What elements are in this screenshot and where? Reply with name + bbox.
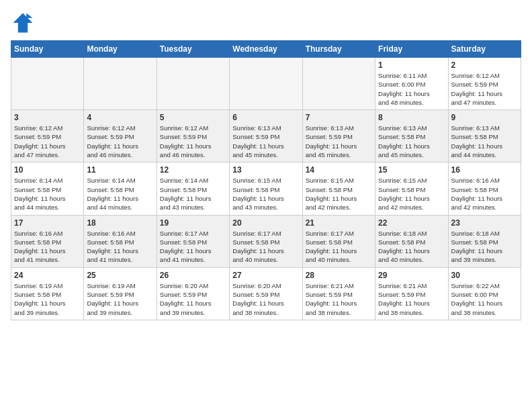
calendar-cell: 11Sunrise: 6:14 AMSunset: 5:58 PMDayligh…: [84, 163, 157, 215]
day-info: Sunrise: 6:11 AMSunset: 6:00 PMDaylight:…: [378, 71, 445, 107]
calendar-cell: 3Sunrise: 6:12 AMSunset: 5:59 PMDaylight…: [11, 110, 84, 163]
day-number: 11: [87, 165, 153, 175]
day-info: Sunrise: 6:18 AMSunset: 5:58 PMDaylight:…: [451, 229, 518, 265]
day-number: 14: [306, 165, 372, 175]
calendar-cell: 19Sunrise: 6:17 AMSunset: 5:58 PMDayligh…: [157, 215, 229, 267]
calendar-cell: [157, 58, 229, 110]
calendar-cell: 20Sunrise: 6:17 AMSunset: 5:58 PMDayligh…: [230, 215, 302, 267]
day-number: 4: [87, 113, 153, 122]
calendar-cell: 18Sunrise: 6:16 AMSunset: 5:58 PMDayligh…: [84, 215, 157, 267]
calendar-cell: 17Sunrise: 6:16 AMSunset: 5:58 PMDayligh…: [11, 215, 84, 267]
day-info: Sunrise: 6:14 AMSunset: 5:58 PMDaylight:…: [14, 176, 81, 212]
calendar-cell: [84, 58, 157, 110]
day-info: Sunrise: 6:13 AMSunset: 5:59 PMDaylight:…: [232, 124, 299, 159]
logo: [11, 11, 38, 35]
calendar-cell: 26Sunrise: 6:20 AMSunset: 5:59 PMDayligh…: [157, 267, 229, 320]
day-number: 6: [232, 113, 299, 122]
day-number: 2: [451, 60, 518, 70]
day-info: Sunrise: 6:14 AMSunset: 5:58 PMDaylight:…: [87, 176, 153, 212]
calendar-cell: 29Sunrise: 6:21 AMSunset: 5:59 PMDayligh…: [375, 267, 448, 320]
day-info: Sunrise: 6:12 AMSunset: 5:59 PMDaylight:…: [14, 124, 81, 159]
day-number: 21: [306, 218, 372, 228]
day-number: 22: [378, 218, 445, 228]
day-number: 5: [160, 113, 226, 122]
day-info: Sunrise: 6:13 AMSunset: 5:58 PMDaylight:…: [378, 124, 445, 159]
calendar-cell: 1Sunrise: 6:11 AMSunset: 6:00 PMDaylight…: [375, 58, 448, 110]
day-info: Sunrise: 6:16 AMSunset: 5:58 PMDaylight:…: [87, 229, 153, 265]
day-number: 25: [87, 271, 153, 280]
day-info: Sunrise: 6:14 AMSunset: 5:58 PMDaylight:…: [160, 176, 226, 212]
calendar-cell: 12Sunrise: 6:14 AMSunset: 5:58 PMDayligh…: [157, 163, 229, 215]
day-number: 1: [378, 60, 445, 70]
day-info: Sunrise: 6:13 AMSunset: 5:59 PMDaylight:…: [306, 124, 372, 159]
calendar-cell: 25Sunrise: 6:19 AMSunset: 5:59 PMDayligh…: [84, 267, 157, 320]
col-header-saturday: Saturday: [448, 41, 521, 58]
calendar-cell: 13Sunrise: 6:15 AMSunset: 5:58 PMDayligh…: [230, 163, 302, 215]
calendar-cell: [230, 58, 302, 110]
calendar-cell: 5Sunrise: 6:12 AMSunset: 5:59 PMDaylight…: [157, 110, 229, 163]
day-info: Sunrise: 6:12 AMSunset: 5:59 PMDaylight:…: [87, 124, 153, 159]
day-number: 10: [14, 165, 81, 175]
calendar-cell: 14Sunrise: 6:15 AMSunset: 5:58 PMDayligh…: [302, 163, 375, 215]
day-number: 7: [306, 113, 372, 122]
calendar-cell: 16Sunrise: 6:16 AMSunset: 5:58 PMDayligh…: [448, 163, 521, 215]
calendar-cell: 9Sunrise: 6:13 AMSunset: 5:58 PMDaylight…: [448, 110, 521, 163]
day-info: Sunrise: 6:20 AMSunset: 5:59 PMDaylight:…: [232, 281, 299, 317]
calendar-cell: 23Sunrise: 6:18 AMSunset: 5:58 PMDayligh…: [448, 215, 521, 267]
day-number: 8: [378, 113, 445, 122]
day-info: Sunrise: 6:12 AMSunset: 5:59 PMDaylight:…: [451, 71, 518, 107]
calendar-cell: 7Sunrise: 6:13 AMSunset: 5:59 PMDaylight…: [302, 110, 375, 163]
day-number: 16: [451, 165, 518, 175]
day-number: 30: [451, 271, 518, 280]
col-header-wednesday: Wednesday: [230, 41, 302, 58]
day-info: Sunrise: 6:15 AMSunset: 5:58 PMDaylight:…: [232, 176, 299, 212]
day-number: 13: [232, 165, 299, 175]
day-number: 20: [232, 218, 299, 228]
day-info: Sunrise: 6:19 AMSunset: 5:58 PMDaylight:…: [14, 281, 81, 317]
col-header-tuesday: Tuesday: [157, 41, 229, 58]
day-info: Sunrise: 6:20 AMSunset: 5:59 PMDaylight:…: [160, 281, 226, 317]
col-header-thursday: Thursday: [302, 41, 375, 58]
logo-icon: [11, 11, 35, 35]
day-number: 12: [160, 165, 226, 175]
day-number: 24: [14, 271, 81, 280]
calendar-cell: 6Sunrise: 6:13 AMSunset: 5:59 PMDaylight…: [230, 110, 302, 163]
calendar-cell: 27Sunrise: 6:20 AMSunset: 5:59 PMDayligh…: [230, 267, 302, 320]
calendar-cell: 21Sunrise: 6:17 AMSunset: 5:58 PMDayligh…: [302, 215, 375, 267]
day-number: 3: [14, 113, 81, 122]
calendar-cell: 30Sunrise: 6:22 AMSunset: 6:00 PMDayligh…: [448, 267, 521, 320]
calendar-cell: 4Sunrise: 6:12 AMSunset: 5:59 PMDaylight…: [84, 110, 157, 163]
col-header-friday: Friday: [375, 41, 448, 58]
page-header: [11, 11, 521, 35]
day-info: Sunrise: 6:21 AMSunset: 5:59 PMDaylight:…: [306, 281, 372, 317]
col-header-sunday: Sunday: [11, 41, 84, 58]
day-info: Sunrise: 6:17 AMSunset: 5:58 PMDaylight:…: [232, 229, 299, 265]
day-number: 9: [451, 113, 518, 122]
calendar-cell: 15Sunrise: 6:15 AMSunset: 5:58 PMDayligh…: [375, 163, 448, 215]
day-number: 27: [232, 271, 299, 280]
day-info: Sunrise: 6:21 AMSunset: 5:59 PMDaylight:…: [378, 281, 445, 317]
day-number: 26: [160, 271, 226, 280]
day-info: Sunrise: 6:17 AMSunset: 5:58 PMDaylight:…: [160, 229, 226, 265]
calendar-cell: [11, 58, 84, 110]
svg-marker-1: [26, 13, 32, 18]
day-info: Sunrise: 6:15 AMSunset: 5:58 PMDaylight:…: [306, 176, 372, 212]
col-header-monday: Monday: [84, 41, 157, 58]
day-number: 29: [378, 271, 445, 280]
day-number: 19: [160, 218, 226, 228]
day-number: 15: [378, 165, 445, 175]
day-info: Sunrise: 6:19 AMSunset: 5:59 PMDaylight:…: [87, 281, 153, 317]
day-info: Sunrise: 6:12 AMSunset: 5:59 PMDaylight:…: [160, 124, 226, 159]
day-number: 17: [14, 218, 81, 228]
calendar-table: SundayMondayTuesdayWednesdayThursdayFrid…: [11, 40, 521, 320]
day-info: Sunrise: 6:22 AMSunset: 6:00 PMDaylight:…: [451, 281, 518, 317]
day-info: Sunrise: 6:16 AMSunset: 5:58 PMDaylight:…: [451, 176, 518, 212]
calendar-cell: 8Sunrise: 6:13 AMSunset: 5:58 PMDaylight…: [375, 110, 448, 163]
calendar-cell: 10Sunrise: 6:14 AMSunset: 5:58 PMDayligh…: [11, 163, 84, 215]
calendar-cell: 2Sunrise: 6:12 AMSunset: 5:59 PMDaylight…: [448, 58, 521, 110]
day-number: 23: [451, 218, 518, 228]
day-info: Sunrise: 6:16 AMSunset: 5:58 PMDaylight:…: [14, 229, 81, 265]
day-info: Sunrise: 6:18 AMSunset: 5:58 PMDaylight:…: [378, 229, 445, 265]
day-info: Sunrise: 6:15 AMSunset: 5:58 PMDaylight:…: [378, 176, 445, 212]
calendar-cell: 22Sunrise: 6:18 AMSunset: 5:58 PMDayligh…: [375, 215, 448, 267]
